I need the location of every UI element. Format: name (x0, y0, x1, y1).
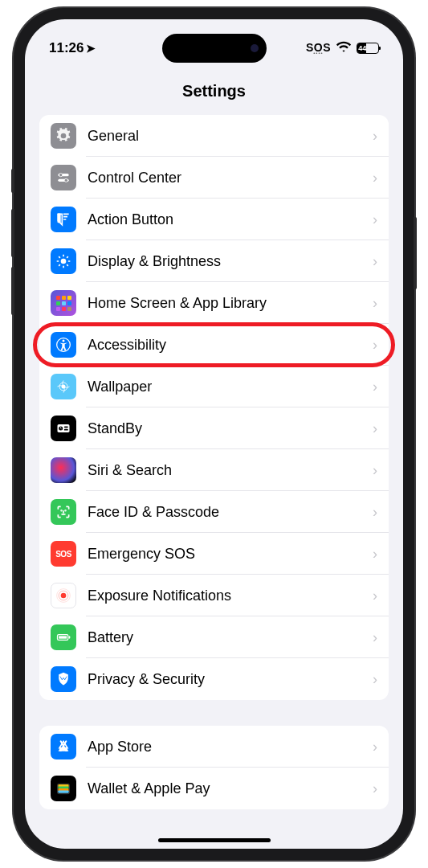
svg-rect-21 (69, 636, 71, 638)
row-label: App Store (88, 739, 373, 755)
wallpaper-icon (51, 374, 76, 399)
standby-icon (51, 416, 76, 441)
row-label: General (88, 128, 373, 145)
chevron-right-icon: › (373, 504, 377, 521)
dynamic-island (162, 34, 267, 63)
page-title: Settings (25, 82, 403, 100)
settings-row-wallpaper[interactable]: Wallpaper› (39, 366, 389, 407)
appstore-icon (51, 734, 76, 760)
row-label: Siri & Search (88, 462, 373, 479)
row-label: Display & Brightness (88, 253, 373, 270)
settings-row-wallet[interactable]: Wallet & Apple Pay› (39, 768, 389, 809)
left-buttons (11, 169, 14, 325)
chevron-right-icon: › (373, 128, 377, 145)
row-label: Wallpaper (88, 379, 373, 395)
chevron-right-icon: › (373, 211, 377, 228)
display-icon (51, 248, 76, 274)
chevron-right-icon: › (373, 546, 377, 563)
row-label: Accessibility (88, 337, 373, 354)
home-indicator[interactable] (158, 838, 271, 842)
svg-point-16 (61, 593, 67, 599)
row-label: Emergency SOS (88, 546, 373, 563)
svg-point-2 (59, 174, 63, 177)
settings-row-action-button[interactable]: Action Button› (39, 199, 389, 240)
chevron-right-icon: › (373, 420, 377, 437)
battery-icon (51, 624, 76, 650)
screen: 11:26 ➤ SOS •••• 44 Settings General›Con… (25, 19, 403, 849)
svg-point-5 (61, 259, 67, 264)
svg-rect-13 (64, 429, 68, 431)
svg-point-3 (64, 178, 67, 182)
status-time: 11:26 ➤ (49, 40, 96, 56)
row-label: Battery (88, 629, 373, 646)
settings-row-faceid[interactable]: Face ID & Passcode› (39, 491, 389, 533)
chevron-right-icon: › (373, 170, 377, 186)
svg-point-7 (63, 340, 65, 342)
chevron-right-icon: › (373, 588, 377, 604)
privacy-icon (51, 666, 76, 692)
sos-indicator: SOS •••• (306, 41, 331, 55)
home-screen-icon (51, 290, 76, 316)
svg-rect-25 (58, 791, 68, 793)
settings-group: App Store›Wallet & Apple Pay› (39, 726, 389, 809)
control-center-icon (51, 165, 76, 190)
right-buttons (414, 217, 417, 289)
faceid-icon (51, 499, 76, 525)
general-icon (51, 123, 76, 149)
settings-row-control-center[interactable]: Control Center› (39, 157, 389, 199)
row-label: Face ID & Passcode (88, 504, 373, 521)
settings-row-siri[interactable]: Siri & Search› (39, 449, 389, 491)
siri-icon (51, 457, 76, 483)
svg-rect-20 (59, 636, 67, 638)
row-label: Action Button (88, 211, 373, 228)
chevron-right-icon: › (373, 629, 377, 646)
row-label: Wallet & Apple Pay (88, 780, 373, 797)
settings-list[interactable]: General›Control Center›Action Button›Dis… (25, 115, 403, 809)
sos-icon: SOS (51, 541, 76, 567)
settings-group: General›Control Center›Action Button›Dis… (39, 115, 389, 700)
settings-row-display[interactable]: Display & Brightness› (39, 240, 389, 282)
settings-row-general[interactable]: General› (39, 115, 389, 157)
svg-rect-4 (58, 214, 61, 223)
accessibility-icon (51, 332, 76, 358)
location-icon: ➤ (86, 42, 96, 55)
wallet-icon (51, 776, 76, 801)
battery-icon: 44 (357, 43, 379, 54)
settings-row-sos[interactable]: SOSEmergency SOS› (39, 533, 389, 575)
chevron-right-icon: › (373, 671, 377, 688)
svg-rect-12 (64, 427, 68, 428)
header: Settings (25, 63, 403, 115)
settings-row-accessibility[interactable]: Accessibility› (39, 324, 389, 366)
settings-row-home-screen[interactable]: Home Screen & App Library› (39, 282, 389, 324)
settings-row-exposure[interactable]: Exposure Notifications› (39, 575, 389, 616)
row-label: Exposure Notifications (88, 588, 373, 604)
row-label: Privacy & Security (88, 671, 373, 688)
settings-row-battery[interactable]: Battery› (39, 616, 389, 658)
row-label: StandBy (88, 420, 373, 437)
phone-frame: 11:26 ➤ SOS •••• 44 Settings General›Con… (14, 8, 414, 860)
settings-row-standby[interactable]: StandBy› (39, 407, 389, 449)
chevron-right-icon: › (373, 295, 377, 312)
exposure-icon (51, 583, 76, 608)
settings-row-appstore[interactable]: App Store› (39, 726, 389, 768)
chevron-right-icon: › (373, 739, 377, 755)
chevron-right-icon: › (373, 780, 377, 797)
settings-row-privacy[interactable]: Privacy & Security› (39, 658, 389, 700)
chevron-right-icon: › (373, 253, 377, 270)
status-right: SOS •••• 44 (306, 39, 379, 58)
row-label: Home Screen & App Library (88, 295, 373, 312)
svg-point-15 (65, 510, 66, 511)
wifi-icon (336, 39, 352, 58)
chevron-right-icon: › (373, 379, 377, 395)
action-button-icon (51, 207, 76, 232)
row-label: Control Center (88, 170, 373, 186)
chevron-right-icon: › (373, 462, 377, 479)
chevron-right-icon: › (373, 337, 377, 354)
svg-point-14 (61, 510, 62, 511)
